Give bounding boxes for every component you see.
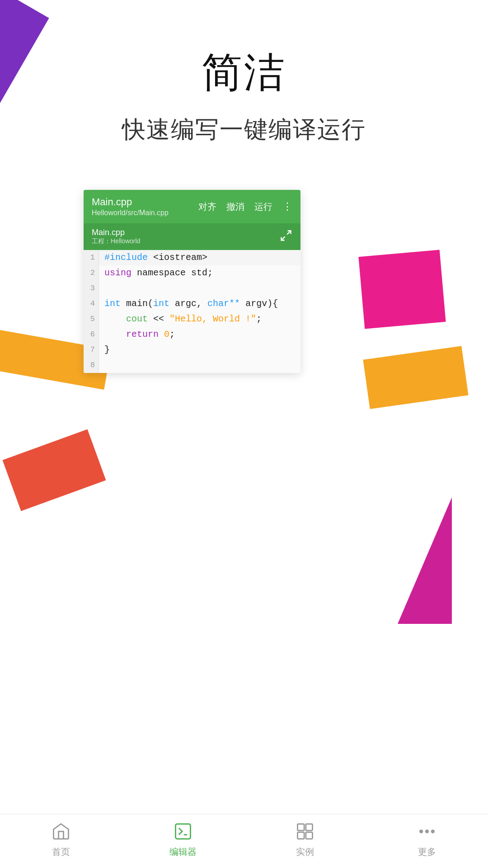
editor-icon <box>171 820 195 843</box>
decoration-red <box>3 429 106 511</box>
editor-filepath: Helloworld/src/Main.cpp <box>92 209 198 217</box>
editor-actions: 对齐 撤消 运行 ⋮ <box>198 201 292 213</box>
more-button[interactable]: ⋮ <box>282 201 292 212</box>
editor-filename: Main.cpp <box>92 196 198 208</box>
nav-label-examples: 实例 <box>296 846 314 858</box>
editor-card: Main.cpp Helloworld/src/Main.cpp 对齐 撤消 运… <box>84 190 300 373</box>
svg-line-0 <box>287 231 291 235</box>
svg-rect-4 <box>298 824 305 831</box>
svg-rect-6 <box>298 832 305 839</box>
nav-item-home[interactable]: 首页 <box>0 820 122 858</box>
decoration-magenta <box>398 497 452 624</box>
nav-label-more: 更多 <box>418 846 436 858</box>
examples-icon <box>293 820 317 843</box>
nav-label-home: 首页 <box>52 846 70 858</box>
svg-point-9 <box>426 830 428 833</box>
code-line-5: 5 cout << "Hello, World !"; <box>84 311 300 327</box>
page-title: 简洁 <box>0 0 488 100</box>
more-nav-icon <box>415 820 439 843</box>
run-button[interactable]: 运行 <box>254 201 272 213</box>
bottom-nav: 首页 编辑器 实例 <box>0 814 488 868</box>
svg-rect-7 <box>306 832 313 839</box>
code-line-3: 3 <box>84 281 300 296</box>
code-line-2: 2 using namespace std; <box>84 265 300 281</box>
code-line-6: 6 return 0; <box>84 327 300 342</box>
code-line-1: 1 #include <iostream> <box>84 250 300 265</box>
svg-rect-5 <box>306 824 313 831</box>
editor-toolbar: Main.cpp Helloworld/src/Main.cpp 对齐 撤消 运… <box>84 190 300 223</box>
expand-icon[interactable] <box>280 229 292 244</box>
editor-file-info: Main.cpp Helloworld/src/Main.cpp <box>92 196 198 217</box>
editor-tab-bar: Main.cpp 工程：Helloworld <box>84 223 300 250</box>
decoration-orange-right <box>363 346 468 409</box>
editor-tab-name: Main.cpp <box>92 228 140 237</box>
svg-point-10 <box>432 830 434 833</box>
code-area[interactable]: 1 #include <iostream> 2 using namespace … <box>84 250 300 373</box>
nav-item-examples[interactable]: 实例 <box>244 820 366 858</box>
svg-line-1 <box>282 236 285 240</box>
decoration-pink <box>358 250 446 329</box>
page-subtitle: 快速编写一键编译运行 <box>0 114 488 146</box>
nav-label-editor: 编辑器 <box>169 846 197 858</box>
align-button[interactable]: 对齐 <box>198 201 216 213</box>
home-icon <box>49 820 73 843</box>
editor-tab-project: 工程：Helloworld <box>92 237 140 245</box>
code-line-7: 7 } <box>84 342 300 358</box>
nav-item-more[interactable]: 更多 <box>366 820 488 858</box>
svg-point-8 <box>420 830 422 833</box>
editor-tab-info: Main.cpp 工程：Helloworld <box>92 228 140 245</box>
undo-button[interactable]: 撤消 <box>226 201 244 213</box>
code-line-8: 8 <box>84 358 300 373</box>
code-line-4: 4 int main(int argc, char** argv){ <box>84 296 300 311</box>
nav-item-editor[interactable]: 编辑器 <box>122 820 244 858</box>
